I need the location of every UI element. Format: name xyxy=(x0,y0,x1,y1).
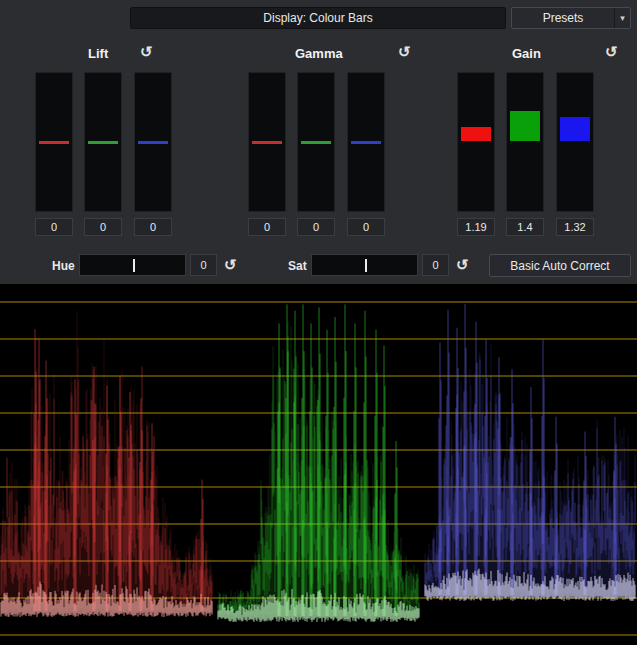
basic-auto-correct-button[interactable]: Basic Auto Correct xyxy=(489,254,631,277)
presets-dropdown[interactable]: Presets ▾ xyxy=(511,7,631,29)
rgb-parade-waveform xyxy=(0,284,637,645)
gamma-red-value[interactable]: 0 xyxy=(248,218,286,236)
sat-slider-handle[interactable] xyxy=(365,259,367,272)
chevron-down-icon[interactable]: ▾ xyxy=(614,8,630,28)
red-slider-handle[interactable] xyxy=(461,127,491,141)
lift-green-value[interactable]: 0 xyxy=(84,218,122,236)
presets-label: Presets xyxy=(512,11,614,25)
gain-green-slider[interactable] xyxy=(506,72,544,212)
gamma-blue-value[interactable]: 0 xyxy=(347,218,385,236)
lift-blue-value[interactable]: 0 xyxy=(134,218,172,236)
hue-slider-handle[interactable] xyxy=(133,259,135,272)
lift-green-slider[interactable] xyxy=(84,72,122,212)
gamma-reset-icon[interactable]: ↺ xyxy=(398,44,411,59)
lift-red-slider[interactable] xyxy=(35,72,73,212)
sat-label: Sat xyxy=(288,259,307,273)
blue-slider-handle[interactable] xyxy=(138,141,168,144)
sat-value[interactable]: 0 xyxy=(422,254,449,276)
hue-slider[interactable] xyxy=(79,254,186,276)
lift-red-value[interactable]: 0 xyxy=(35,218,73,236)
lift-blue-slider[interactable] xyxy=(134,72,172,212)
gain-blue-slider[interactable] xyxy=(556,72,594,212)
hue-label: Hue xyxy=(52,259,75,273)
blue-slider-handle[interactable] xyxy=(351,141,381,144)
green-slider-handle[interactable] xyxy=(301,141,331,144)
sat-slider[interactable] xyxy=(311,254,418,276)
gamma-green-slider[interactable] xyxy=(297,72,335,212)
waveform-scope xyxy=(0,284,637,645)
hue-value[interactable]: 0 xyxy=(190,254,217,276)
gamma-blue-slider[interactable] xyxy=(347,72,385,212)
hue-reset-icon[interactable]: ↺ xyxy=(224,257,237,272)
green-slider-handle[interactable] xyxy=(88,141,118,144)
red-slider-handle[interactable] xyxy=(252,141,282,144)
gain-section-label: Gain xyxy=(512,46,541,61)
green-slider-handle[interactable] xyxy=(510,111,540,141)
gain-green-value[interactable]: 1.4 xyxy=(506,218,544,236)
sat-reset-icon[interactable]: ↺ xyxy=(456,257,469,272)
gain-blue-value[interactable]: 1.32 xyxy=(556,218,594,236)
blue-slider-handle[interactable] xyxy=(560,117,590,141)
gain-reset-icon[interactable]: ↺ xyxy=(605,44,618,59)
gamma-section-label: Gamma xyxy=(295,46,343,61)
colour-correction-panel: Display: Colour Bars Presets ▾ Lift ↺ Ga… xyxy=(0,0,637,284)
red-slider-handle[interactable] xyxy=(39,141,69,144)
gamma-green-value[interactable]: 0 xyxy=(297,218,335,236)
lift-section-label: Lift xyxy=(88,46,108,61)
gain-red-slider[interactable] xyxy=(457,72,495,212)
display-mode-button[interactable]: Display: Colour Bars xyxy=(130,7,506,29)
gamma-red-slider[interactable] xyxy=(248,72,286,212)
lift-reset-icon[interactable]: ↺ xyxy=(140,44,153,59)
gain-red-value[interactable]: 1.19 xyxy=(457,218,495,236)
